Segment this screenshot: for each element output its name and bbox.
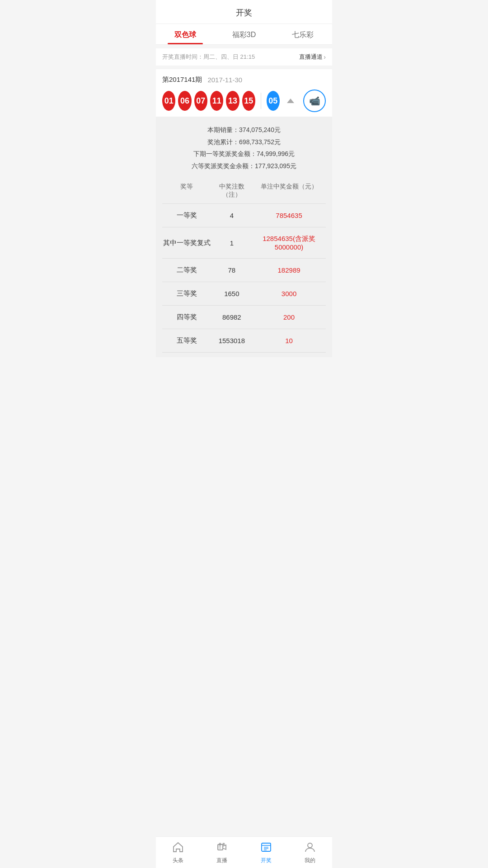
prize-count-third: 1650 [211, 290, 253, 297]
sixth-remain-text: 六等奖派奖奖金余额：177,923,095元 [162, 160, 326, 172]
prize-row-fourth: 四等奖 86982 200 [162, 306, 326, 329]
page-header: 开奖 [156, 0, 332, 24]
page-title: 开奖 [236, 8, 252, 17]
prize-name-first: 一等奖 [162, 211, 211, 220]
svg-point-8 [220, 846, 221, 847]
tab-shuangseqiu[interactable]: 双色球 [156, 24, 215, 44]
svg-point-6 [220, 845, 221, 846]
prize-panel: 本期销量：374,075,240元 奖池累计：698,733,752元 下期一等… [156, 117, 332, 357]
prize-row-fifth: 五等奖 1553018 10 [162, 329, 326, 353]
prize-count-first-complex: 1 [211, 239, 253, 247]
prize-count-second: 78 [211, 266, 253, 274]
red-ball-2: 06 [178, 91, 191, 111]
collapse-button[interactable] [282, 93, 299, 109]
issue-section: 第2017141期 2017-11-30 01 06 07 11 13 15 0… [156, 69, 332, 117]
nav-label-home: 头条 [173, 857, 183, 864]
svg-point-9 [219, 848, 220, 849]
lottery-icon [260, 841, 272, 855]
pool-text: 奖池累计：698,733,752元 [162, 136, 326, 148]
issue-number: 第2017141期 [162, 75, 202, 84]
broadcast-bar: 开奖直播时间：周二、四、日 21:15 直播通道 › [156, 48, 332, 66]
video-camera-icon: 📹 [309, 95, 320, 106]
prize-row-first: 一等奖 4 7854635 [162, 204, 326, 227]
red-ball-6: 15 [242, 91, 255, 111]
nav-item-lottery[interactable]: 开奖 [244, 837, 288, 868]
red-ball-4: 11 [210, 91, 223, 111]
red-ball-3: 07 [194, 91, 207, 111]
header-name: 奖等 [162, 183, 211, 199]
tab-bar: 双色球 福彩3D 七乐彩 [156, 24, 332, 45]
svg-point-2 [223, 844, 225, 845]
broadcast-time: 开奖直播时间：周二、四、日 21:15 [162, 53, 255, 61]
broadcast-channel-link[interactable]: 直播通道 › [299, 53, 326, 61]
prize-amount-first-complex: 12854635(含派奖5000000) [252, 235, 326, 251]
video-button[interactable]: 📹 [303, 90, 326, 112]
svg-point-1 [220, 844, 221, 845]
mine-icon [304, 841, 316, 855]
prize-amount-third: 3000 [252, 290, 326, 297]
sales-text: 本期销量：374,075,240元 [162, 124, 326, 136]
prize-row-third: 三等奖 1650 3000 [162, 282, 326, 306]
prize-amount-second: 182989 [252, 266, 326, 274]
svg-point-7 [219, 846, 220, 847]
prize-count-fourth: 86982 [211, 313, 253, 321]
prize-name-fifth: 五等奖 [162, 336, 211, 345]
red-ball-5: 13 [226, 91, 239, 111]
prize-count-first: 4 [211, 212, 253, 219]
svg-point-16 [308, 843, 312, 848]
header-amount: 单注中奖金额（元） [252, 183, 326, 199]
bottom-nav: 头条 直播 [156, 836, 332, 868]
prize-row-second: 二等奖 78 182989 [162, 259, 326, 282]
nav-label-mine: 我的 [305, 857, 315, 864]
live-icon [216, 841, 228, 855]
prize-name-fourth: 四等奖 [162, 313, 211, 321]
prize-table-header: 奖等 中奖注数（注） 单注中奖金额（元） [162, 178, 326, 204]
collapse-icon [287, 99, 294, 103]
nav-item-mine[interactable]: 我的 [288, 837, 333, 868]
prize-name-first-complex: 其中一等奖复式 [162, 239, 211, 247]
issue-date: 2017-11-30 [207, 76, 242, 84]
nav-item-home[interactable]: 头条 [156, 837, 200, 868]
prize-count-fifth: 1553018 [211, 337, 253, 344]
blue-ball: 05 [267, 91, 280, 111]
svg-point-10 [220, 848, 221, 849]
prize-amount-fifth: 10 [252, 337, 326, 344]
red-ball-1: 01 [162, 91, 175, 111]
tab-fucai3d[interactable]: 福彩3D [215, 24, 273, 44]
nav-label-live: 直播 [216, 857, 227, 864]
prize-table: 奖等 中奖注数（注） 单注中奖金额（元） 一等奖 4 7854635 其中一等奖… [162, 178, 326, 353]
prize-row-first-complex: 其中一等奖复式 1 12854635(含派奖5000000) [162, 227, 326, 259]
balls-row: 01 06 07 11 13 15 05 📹 [162, 90, 326, 112]
chevron-right-icon: › [324, 53, 326, 61]
nav-item-live[interactable]: 直播 [200, 837, 244, 868]
prize-summary: 本期销量：374,075,240元 奖池累计：698,733,752元 下期一等… [162, 124, 326, 172]
header-count: 中奖注数（注） [211, 183, 253, 199]
svg-point-5 [219, 845, 220, 846]
prize-amount-first: 7854635 [252, 212, 326, 219]
prize-name-third: 三等奖 [162, 289, 211, 298]
next-first-text: 下期一等奖派奖金额：74,999,996元 [162, 148, 326, 160]
balls-divider [261, 93, 261, 109]
prize-amount-fourth: 200 [252, 313, 326, 321]
home-icon [172, 841, 184, 855]
nav-label-lottery: 开奖 [261, 857, 272, 864]
prize-name-second: 二等奖 [162, 266, 211, 274]
tab-qilecai[interactable]: 七乐彩 [273, 24, 332, 44]
